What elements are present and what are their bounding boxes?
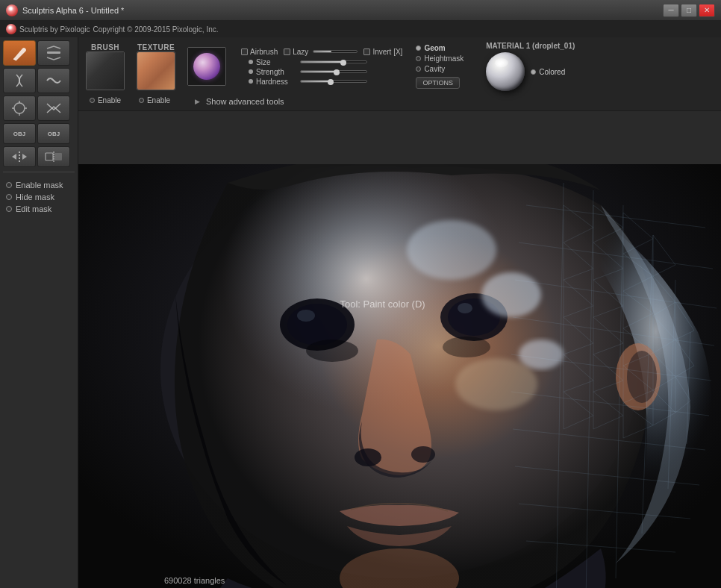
close-button[interactable]: ✕ — [699, 4, 715, 17]
top-panel: BRUSH TEXTURE — [78, 37, 721, 111]
sliders-area: Size Strength — [249, 58, 402, 86]
size-slider[interactable] — [300, 60, 367, 63]
top-panel-row2: Enable Enable ▶ Show advanced tools — [86, 94, 714, 106]
alpha-preview[interactable] — [187, 47, 226, 86]
texture-enable-row: Enable — [135, 96, 174, 104]
material-ball[interactable] — [486, 52, 525, 91]
canvas-area[interactable]: Tool: Paint color (D) 690028 triangles — [78, 164, 721, 588]
lazy-checkbox-item[interactable]: Lazy — [284, 48, 358, 56]
obj-import-button[interactable]: OBJ — [3, 123, 36, 144]
lazy-label: Lazy — [293, 48, 308, 56]
strength-slider-handle[interactable] — [334, 69, 340, 75]
alpha-circle — [193, 53, 220, 80]
svg-point-42 — [481, 272, 541, 317]
brush-thumb — [87, 52, 124, 90]
texture-section-label: TEXTURE — [137, 43, 175, 51]
obj-export-button[interactable]: OBJ — [37, 123, 70, 144]
heightmask-label: Heightmask — [424, 54, 464, 63]
edit-mask-option[interactable]: Edit mask — [6, 204, 72, 213]
show-advanced-label: Show advanced tools — [206, 97, 284, 106]
edit-mask-radio[interactable] — [6, 206, 12, 212]
tool-row-1 — [3, 40, 75, 66]
advanced-arrow-icon: ▶ — [195, 98, 200, 105]
maximize-button[interactable]: □ — [681, 4, 697, 17]
flip-button[interactable] — [37, 146, 70, 167]
svg-point-2 — [14, 103, 25, 113]
smooth-button[interactable] — [37, 68, 70, 93]
geom-dot[interactable] — [416, 46, 421, 51]
cavity-row: Cavity — [416, 65, 464, 73]
mask-section: Enable mask Hide mask Edit mask — [3, 176, 75, 221]
size-slider-row: Size — [249, 58, 402, 66]
minimize-button[interactable]: ─ — [663, 4, 679, 17]
texture-section: TEXTURE — [137, 43, 175, 90]
airbrush-checkbox-item[interactable]: Airbrush — [241, 48, 278, 56]
size-dot — [249, 60, 253, 64]
symmetry-button[interactable] — [3, 146, 36, 167]
options-button[interactable]: OPTIONS — [416, 77, 460, 89]
main-area: OBJ OBJ — [0, 37, 721, 588]
tool-row-3 — [3, 96, 75, 121]
top-panel-row1: BRUSH TEXTURE — [86, 42, 714, 91]
triangles-count: 690028 triangles — [164, 576, 225, 585]
hardness-label: Hardness — [256, 78, 297, 86]
airbrush-lazy-invert-row: Airbrush Lazy Invert [X] — [241, 48, 402, 56]
airbrush-checkbox[interactable] — [241, 49, 248, 55]
colored-dot[interactable] — [531, 69, 536, 75]
heightmask-dot[interactable] — [416, 56, 421, 61]
brush-preview[interactable] — [86, 51, 125, 90]
size-slider-handle[interactable] — [340, 60, 346, 66]
hide-mask-radio[interactable] — [6, 194, 12, 200]
pinch-button[interactable] — [3, 68, 36, 93]
draw-button[interactable] — [3, 40, 36, 66]
crease-button[interactable] — [37, 96, 70, 121]
hardness-slider-handle[interactable] — [328, 79, 334, 85]
advanced-tools-row[interactable]: ▶ Show advanced tools — [195, 97, 284, 106]
hide-mask-option[interactable]: Hide mask — [6, 193, 72, 201]
colored-label: Colored — [539, 68, 565, 76]
svg-point-20 — [355, 448, 381, 466]
cavity-dot[interactable] — [416, 66, 421, 72]
pix-copyright: Copyright © 2009-2015 Pixologic, Inc. — [93, 25, 218, 34]
model-canvas[interactable]: Tool: Paint color (D) 690028 triangles — [78, 164, 721, 588]
strength-dot — [249, 69, 253, 74]
flatten-button[interactable] — [37, 40, 70, 66]
strength-slider-fill — [301, 71, 337, 72]
face-render-svg — [78, 164, 721, 588]
heightmask-row: Heightmask — [416, 54, 464, 63]
svg-point-43 — [519, 340, 564, 369]
texture-preview[interactable] — [137, 51, 175, 90]
hide-mask-label: Hide mask — [16, 193, 54, 201]
pix-logo-icon — [6, 24, 16, 34]
alpha-thumb — [188, 48, 225, 85]
lazy-slider[interactable] — [313, 50, 358, 53]
svg-point-44 — [306, 340, 358, 362]
cavity-label: Cavity — [424, 65, 445, 73]
title-text: Sculptris Alpha 6 - Untitled * — [22, 6, 124, 15]
strength-slider[interactable] — [300, 70, 367, 73]
status-bar: 690028 triangles — [164, 576, 225, 585]
hardness-slider[interactable] — [300, 80, 367, 83]
top-controls-group: Airbrush Lazy Invert [X] — [241, 48, 402, 86]
lazy-checkbox[interactable] — [284, 49, 290, 55]
svg-rect-8 — [46, 153, 53, 160]
enable-mask-radio[interactable] — [6, 182, 12, 188]
tool-row-5 — [3, 146, 75, 167]
brush-section: BRUSH — [86, 43, 125, 90]
svg-point-19 — [458, 303, 472, 313]
brush-enable-label: Enable — [98, 96, 121, 104]
svg-point-45 — [443, 337, 490, 357]
alpha-section — [187, 47, 226, 86]
invert-checkbox-item[interactable]: Invert [X] — [363, 48, 402, 56]
svg-point-21 — [411, 446, 435, 463]
inflate-button[interactable] — [3, 96, 36, 121]
brush-enable-dot[interactable] — [90, 98, 95, 103]
strength-label: Strength — [256, 68, 297, 76]
texture-enable-dot[interactable] — [139, 98, 144, 103]
enable-mask-option[interactable]: Enable mask — [6, 181, 72, 190]
invert-checkbox[interactable] — [363, 49, 370, 55]
enable-mask-label: Enable mask — [16, 181, 63, 190]
tool-row-2 — [3, 68, 75, 93]
title-bar: Sculptris Alpha 6 - Untitled * ─ □ ✕ — [0, 0, 721, 21]
invert-label: Invert [X] — [372, 48, 402, 56]
